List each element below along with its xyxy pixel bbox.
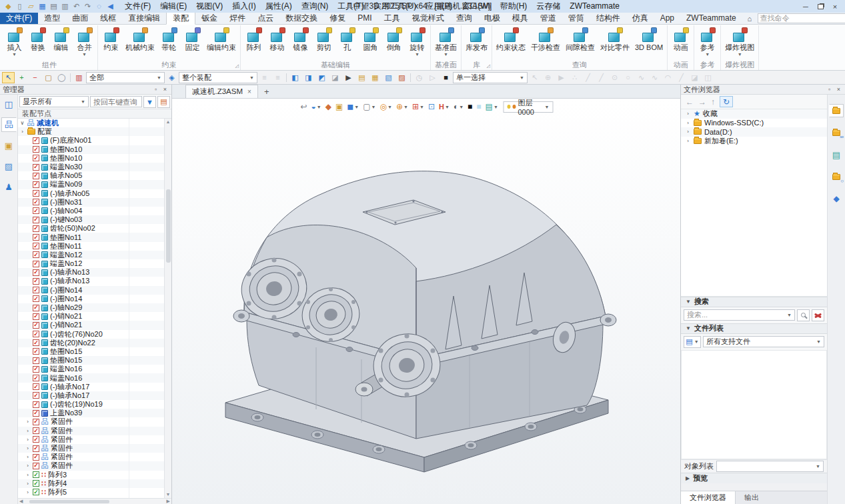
visibility-checkbox[interactable]: ✓	[33, 480, 39, 487]
search-folder-tab-icon[interactable]: ○	[829, 170, 844, 183]
isolate-component-icon[interactable]: ◩	[315, 72, 328, 83]
visibility-checkbox[interactable]: ✓	[33, 269, 39, 276]
tree-row[interactable]: ✓轴承No05	[18, 171, 164, 180]
visibility-checkbox[interactable]: ✓	[33, 199, 39, 205]
remove-from-selection-icon[interactable]: −	[29, 72, 41, 83]
visibility-checkbox[interactable]: ✓	[33, 392, 39, 399]
visibility-checkbox[interactable]: ✓	[33, 164, 39, 171]
part-colors-tab-icon[interactable]: ◆	[829, 192, 844, 205]
forward-icon[interactable]: →	[698, 97, 706, 107]
quick-edit-icon[interactable]: ◆	[324, 101, 333, 112]
ribbon-button[interactable]: 爆炸视图▾	[722, 25, 757, 60]
tree-row[interactable]: ✓(-)轴承No13	[18, 268, 164, 277]
visibility-checkbox[interactable]: ✓	[33, 375, 39, 381]
tree-row[interactable]: ›✓品紧固件	[18, 453, 164, 461]
bottom-tab[interactable]: 文件浏览器	[681, 491, 736, 504]
visibility-checkbox[interactable]: ✓	[33, 278, 39, 285]
pan-icon[interactable]: ⊞▼	[411, 101, 426, 112]
ribbon-button[interactable]: 阵列	[242, 25, 265, 60]
ribbon-tab[interactable]: 查询	[450, 13, 478, 24]
select-arrow-icon[interactable]: ↖	[2, 72, 15, 83]
layer-combo[interactable]: 图层0000▼	[504, 101, 554, 113]
visibility-checkbox[interactable]: ✓	[33, 454, 39, 461]
expander-icon[interactable]: ›	[25, 454, 31, 460]
ribbon-button[interactable]: 剪切	[312, 25, 335, 60]
tree-row[interactable]: ✓(-)轴承No17	[18, 383, 164, 391]
undo-icon[interactable]: ↶	[71, 1, 82, 12]
visibility-checkbox[interactable]: ✓	[33, 305, 39, 311]
dialog-launcher-icon[interactable]: ◿	[487, 63, 490, 69]
expander-icon[interactable]: ›	[685, 111, 691, 117]
ribbon-tab[interactable]: App	[654, 13, 680, 24]
tree-row[interactable]: ✓(-)齿轮(19)No19	[18, 400, 164, 409]
ribbon-tab[interactable]: 线框	[94, 13, 122, 24]
ribbon-button[interactable]: 移动	[265, 25, 289, 60]
tree-row[interactable]: ✓(-)销No21	[18, 312, 164, 321]
tree-row[interactable]: ✓(-)圈No14	[18, 295, 164, 303]
visibility-checkbox[interactable]: ✓	[33, 471, 39, 478]
restore-button[interactable]	[816, 2, 825, 11]
drive-row[interactable]: ›Windows-SSD(C:)	[681, 119, 827, 128]
zoom-icon[interactable]: ⊕▼	[395, 101, 409, 112]
visual-manager-tab[interactable]: ▨	[1, 159, 17, 173]
visibility-checkbox[interactable]: ✓	[33, 243, 39, 249]
tree-row[interactable]: ›✓品紧固件	[18, 417, 164, 426]
ribbon-button[interactable]: 插入▾	[3, 25, 26, 60]
scope-combo[interactable]: 整个装配▼	[179, 72, 257, 83]
visibility-checkbox[interactable]: ✓	[33, 313, 39, 320]
ribbon-button[interactable]: 3D BOM	[632, 25, 666, 60]
tree-row[interactable]: ›配置	[18, 127, 164, 136]
menu-item[interactable]: 编辑(E)	[155, 0, 191, 13]
tree-row[interactable]: ✓端盖No12	[18, 251, 164, 259]
ribbon-button[interactable]: 旋转▾	[405, 25, 429, 60]
fit-window-icon[interactable]: ⊡	[427, 101, 436, 112]
visibility-checkbox[interactable]: ✓	[33, 383, 39, 390]
visibility-checkbox[interactable]: ✓	[33, 146, 39, 153]
tree-row[interactable]: ∨品减速机	[18, 119, 164, 127]
visibility-checkbox[interactable]: ✓	[33, 225, 39, 232]
gearbox-3d-model[interactable]	[216, 137, 630, 497]
ribbon-tab[interactable]: 装配	[166, 12, 195, 25]
expander-icon[interactable]: ∨	[19, 120, 25, 126]
hide-constraints-icon[interactable]: ◨	[302, 72, 315, 83]
open-file-icon[interactable]: ▱	[25, 1, 37, 12]
preview-section-header[interactable]: ▶ 预览	[681, 473, 827, 483]
ribbon-button[interactable]: 干涉检查	[528, 25, 563, 60]
tree-row[interactable]: ›✓∷阵列3	[18, 471, 164, 479]
menu-item[interactable]: 工具(T)	[333, 0, 368, 13]
wireframe-display-icon[interactable]: ▢▼	[361, 101, 377, 112]
tree-row[interactable]: ›✓∷阵列4	[18, 479, 164, 488]
tree-row[interactable]: ✓(-)轴承No13	[18, 277, 164, 285]
ribbon-tab[interactable]: 电极	[478, 13, 506, 24]
ribbon-button[interactable]: 参考▾	[696, 25, 719, 60]
menu-item[interactable]: 实用工具(U)	[369, 0, 421, 13]
ribbon-tab[interactable]: 焊件	[223, 13, 251, 24]
expander-icon[interactable]: ›	[685, 138, 691, 144]
print-icon[interactable]: ▤	[48, 1, 59, 12]
app-brand-icon[interactable]: ◆	[3, 1, 14, 12]
view-orientation-icon[interactable]: ◒▼	[310, 101, 323, 112]
menu-item[interactable]: ZWTeammate	[565, 0, 624, 13]
dialog-launcher-icon[interactable]: ◿	[235, 63, 239, 69]
expander-icon[interactable]: ›	[25, 445, 31, 451]
tree-row[interactable]: ✓(-)销No21	[18, 321, 164, 329]
visibility-checkbox[interactable]: ✓	[33, 137, 39, 144]
tree-row[interactable]: ✓垫圈No15	[18, 347, 164, 356]
tree-row[interactable]: ✓(-)齿轮(76)No20	[18, 330, 164, 339]
swatch-black-icon[interactable]: ■	[466, 101, 474, 112]
box-select-icon[interactable]: ▢	[42, 72, 55, 83]
expander-icon[interactable]: ›	[685, 129, 691, 135]
ribbon-button[interactable]: 对比零件	[598, 25, 632, 60]
menu-item[interactable]: 文件(F)	[120, 0, 155, 13]
object-list-combo[interactable]: ▼	[716, 461, 824, 472]
menu-item[interactable]: 云存储	[532, 0, 565, 13]
tree-row[interactable]: ✓(-)轴承No05	[18, 189, 164, 198]
ribbon-button[interactable]: 倒角	[382, 25, 405, 60]
redo-icon[interactable]: ↷	[82, 1, 93, 12]
tree-horizontal-scrollbar[interactable]: ◀ ▶	[18, 498, 171, 504]
ribbon-tab[interactable]: 管道	[534, 13, 562, 24]
visibility-checkbox[interactable]: ✓	[33, 181, 39, 188]
visibility-checkbox[interactable]: ✓	[33, 445, 39, 452]
layers-icon[interactable]: ▤▼	[484, 101, 500, 112]
section-view-icon[interactable]: H▼	[438, 101, 451, 112]
